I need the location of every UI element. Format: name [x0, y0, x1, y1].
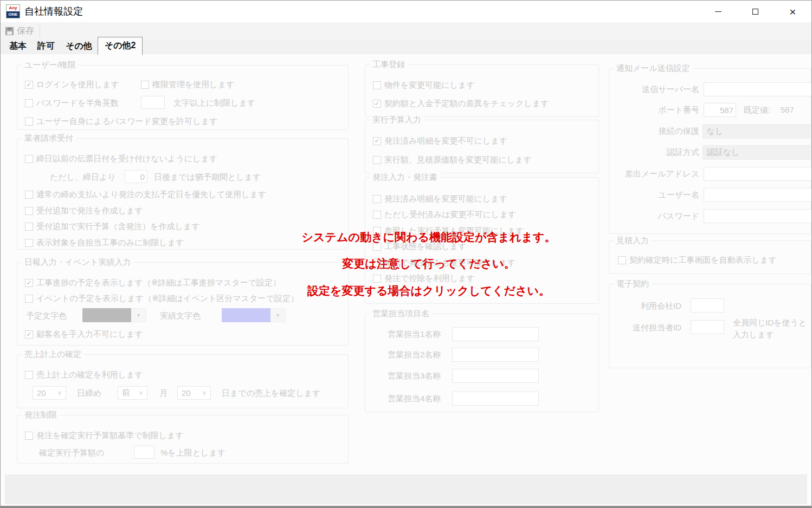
plan-color-swatch: [82, 308, 131, 322]
until-day-value: 20: [182, 388, 191, 398]
limit-percent-suffix: %を上限とします: [160, 448, 225, 458]
close-button[interactable]: ×: [774, 1, 811, 22]
checkbox-label: 発注を確定実行予算額基準で制限します: [36, 431, 184, 441]
checkbox-row-limit-by-budget: 発注を確定実行予算額基準で制限します: [25, 429, 184, 441]
sender-id-note-line1: 全員同じIDを使うと: [733, 318, 807, 328]
checkbox-show-event-plan[interactable]: [25, 295, 33, 303]
checkbox-use-deduction[interactable]: [373, 275, 381, 283]
sales-rep2-label: 営業担当2名称: [388, 350, 441, 360]
actual-color-dropdown-button[interactable]: ▼: [270, 308, 286, 322]
checkbox-create-order-on-receipt[interactable]: [25, 207, 33, 215]
group-order-limit: 発注制限 発注を確定実行予算額基準で制限します 確定実行予算額の %を上限としま…: [17, 415, 349, 464]
sales-rep3-name-input[interactable]: [452, 369, 539, 383]
sales-rep1-name-input[interactable]: [452, 327, 539, 341]
checkbox-row-reject-before-closing: 締日以前の伝票日付を受け付けないようにします: [25, 153, 217, 165]
app-icon: Any ONE: [6, 4, 20, 18]
port-input[interactable]: [704, 103, 736, 117]
checkbox-row-property-editable: 物件を変更可能にします: [373, 79, 475, 91]
checkbox-label: 通常の締め支払いより発注の支払予定日を優先して使用します: [36, 190, 266, 200]
plan-color-dropdown-button[interactable]: ▼: [131, 308, 146, 322]
checkbox-reject-before-closing[interactable]: [25, 155, 33, 163]
mail-password-input[interactable]: [704, 209, 812, 223]
group-title: 工事登録: [370, 60, 408, 70]
mail-username-input[interactable]: [704, 188, 812, 202]
password-min-length-input[interactable]: [141, 96, 165, 109]
checkbox-use-sales-confirmation[interactable]: [25, 371, 33, 379]
app-window: Any ONE 自社情報設定 × 保存 基本 許可 その他 その他2 ユーザー/…: [0, 0, 812, 508]
closing-day-select[interactable]: 20 ∨: [33, 386, 66, 400]
company-id-label: 利用会社ID: [614, 301, 681, 311]
smtp-server-input[interactable]: [704, 82, 812, 96]
group-notification-mail: 通知メール送信設定 送信サーバー名 ポート番号 既定値: 587 接続の保護 な…: [609, 68, 811, 234]
checkbox-row-restrict-own-projects: 表示対象を自担当工事のみに制限します: [25, 237, 184, 249]
checkbox-label: パスワードを半角英数: [36, 98, 119, 108]
checkbox-use-login[interactable]: [25, 81, 33, 89]
connection-security-label: 接続の保護: [613, 126, 699, 136]
tab-other2[interactable]: その他2: [98, 37, 143, 55]
checkbox-row-amounts-editable: 実行額、見積原価額を変更可能にします: [373, 154, 532, 166]
checkbox-received-locked[interactable]: [373, 211, 381, 219]
titlebar: Any ONE 自社情報設定 ×: [1, 1, 811, 22]
checkbox-label: 締日以前の伝票日付を受け付けないようにします: [36, 154, 217, 164]
sender-id-label: 送付担当者ID: [614, 323, 681, 333]
warning-line-2[interactable]: 変更は注意して行ってください。: [293, 256, 564, 271]
checkbox-row-check-amount-diff: 契約額と入金予定額の差異をチェックします: [373, 97, 549, 109]
checkbox-auto-show-construction[interactable]: [618, 256, 626, 264]
warning-line-1[interactable]: システムの動きに関わる機能設定が含まれます。: [293, 230, 564, 245]
port-default-label: 既定値:: [744, 105, 770, 115]
checkbox-label: 表示対象を自担当工事のみに制限します: [36, 238, 184, 248]
checkbox-row-received-locked: ただし受付済みは変更不可にします: [373, 209, 516, 220]
chevron-down-icon: ▼: [137, 313, 141, 318]
checkbox-row-no-manual-customer: 顧客名を手入力不可にします: [25, 328, 143, 340]
from-address-input[interactable]: [704, 167, 812, 181]
group-title: 発注入力・発注書: [370, 172, 440, 183]
company-id-input[interactable]: [691, 298, 724, 312]
checkbox-label: 顧客名を手入力不可にします: [36, 329, 143, 340]
from-address-label: 差出メールアドレス: [613, 169, 699, 179]
checkbox-use-permission-mgmt[interactable]: [141, 81, 149, 89]
until-day-select[interactable]: 20 ∨: [177, 386, 211, 400]
tab-basic[interactable]: 基本: [4, 39, 32, 54]
checkbox-restrict-own-projects[interactable]: [25, 239, 33, 247]
checkbox-show-progress-plan[interactable]: [25, 279, 33, 287]
sales-rep2-name-input[interactable]: [452, 348, 539, 362]
warning-line-3[interactable]: 設定を変更する場合はクリックしてください。: [293, 283, 564, 298]
save-button-label: 保存: [17, 25, 34, 37]
checkbox-no-manual-customer[interactable]: [25, 330, 33, 338]
checkbox-ordered-details-locked[interactable]: [373, 137, 381, 145]
group-daily-report-event: 日報入力・イベント実績入力 工事進捗の予定を表示します（※詳細は工事進捗マスター…: [17, 262, 349, 346]
checkbox-property-editable[interactable]: [373, 81, 381, 89]
actual-text-color-label: 実績文字色: [160, 311, 201, 321]
auth-method-select[interactable]: 認証なし: [703, 145, 812, 160]
checkbox-create-budget-on-receipt[interactable]: [25, 223, 33, 231]
tab-other[interactable]: その他: [60, 39, 98, 54]
save-button[interactable]: 保存: [1, 22, 40, 40]
limit-percent-input[interactable]: [134, 446, 154, 459]
app-icon-bottom-text: ONE: [7, 11, 20, 18]
connection-security-select[interactable]: なし: [703, 124, 812, 139]
checkbox-row-use-sales-confirmation: 売上計上の確定を利用します: [25, 369, 143, 381]
window-controls: ×: [699, 1, 811, 22]
checkbox-payment-priority[interactable]: [25, 191, 33, 199]
password-length-suffix: 文字以上に制限します: [173, 98, 255, 108]
maximize-button[interactable]: [737, 1, 774, 22]
sales-rep4-name-input[interactable]: [452, 392, 539, 406]
plan-text-color-dropdown[interactable]: ▼: [82, 308, 146, 322]
checkbox-amounts-editable[interactable]: [373, 156, 381, 164]
grace-period-days-input[interactable]: [125, 170, 147, 183]
actual-text-color-dropdown[interactable]: ▼: [222, 308, 286, 322]
group-title: 見積入力: [614, 236, 652, 246]
checkbox-self-password-change[interactable]: [25, 118, 33, 126]
checkbox-password-alnum[interactable]: [25, 99, 33, 107]
tab-permit[interactable]: 許可: [32, 39, 60, 54]
sender-id-input[interactable]: [691, 320, 724, 334]
minimize-button[interactable]: [699, 1, 737, 22]
month-offset-select[interactable]: 前 ∨: [118, 386, 147, 400]
checkbox-label: 実行額、見積原価額を変更可能にします: [384, 155, 532, 165]
chevron-down-icon: ∨: [139, 389, 143, 396]
checkbox-limit-by-budget[interactable]: [25, 432, 33, 440]
checkbox-ordered-details-editable[interactable]: [373, 195, 381, 203]
checkbox-row-use-deduction: 発注で控除を利用します: [373, 272, 475, 284]
group-title: 売上計上の確定: [22, 349, 84, 360]
checkbox-check-amount-diff[interactable]: [373, 100, 381, 108]
